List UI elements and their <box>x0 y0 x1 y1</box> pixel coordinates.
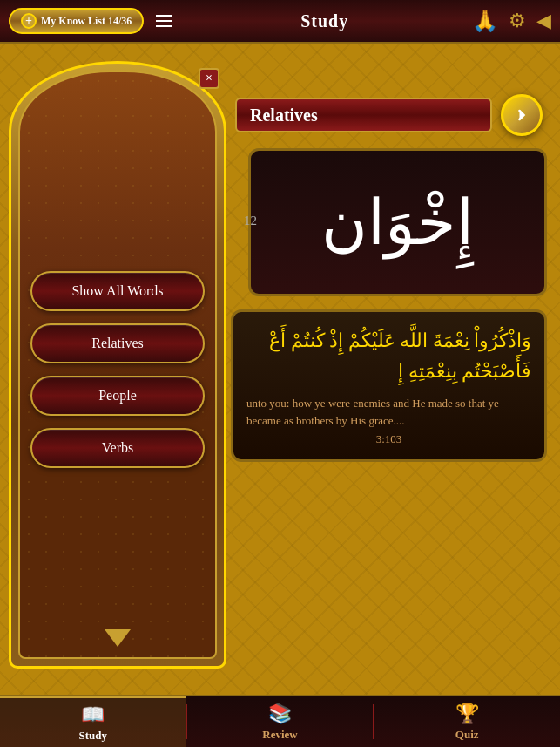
header-left: + My Know List 14/36 <box>9 8 177 34</box>
tab-study[interactable]: 📖 Study <box>0 696 186 747</box>
study-tab-label: Study <box>79 729 108 743</box>
category-text: Relatives <box>250 105 318 126</box>
review-tab-icon: 📚 <box>268 703 292 725</box>
next-arrow-icon <box>513 106 530 124</box>
relatives-button[interactable]: Relatives <box>30 323 205 363</box>
people-label: People <box>98 388 137 403</box>
back-button[interactable]: ◀ <box>536 10 551 32</box>
close-button[interactable]: × <box>199 68 219 89</box>
category-bar: Relatives <box>235 96 543 134</box>
verse-reference: 3:103 <box>246 432 531 446</box>
header-right: 🙏 ⚙ ◀ <box>472 9 551 33</box>
plus-icon: + <box>21 13 37 29</box>
tab-quiz[interactable]: 🏆 Quiz <box>374 696 560 747</box>
study-tab-icon: 📖 <box>81 703 105 726</box>
relatives-label: Relatives <box>91 336 144 350</box>
show-all-words-label: Show All Words <box>71 283 163 298</box>
arabic-word: إِخْوَان <box>321 186 474 260</box>
people-button[interactable]: People <box>30 376 205 416</box>
show-all-words-button[interactable]: Show All Words <box>30 271 205 311</box>
close-icon: × <box>206 71 213 85</box>
arabic-verse: وَاذْكُرُواْ نِعْمَةَ اللَّه عَلَيْكُمْ … <box>246 325 531 386</box>
sidebar-panel: × Show All Words Relatives People Verbs <box>0 44 235 695</box>
list-icon-button[interactable] <box>151 8 177 34</box>
know-list-button[interactable]: + My Know List 14/36 <box>9 8 144 34</box>
word-number: 12 <box>244 214 257 228</box>
header-title: Study <box>300 11 348 31</box>
list-icon <box>153 10 174 31</box>
pray-icon: 🙏 <box>472 9 498 33</box>
settings-button[interactable]: ⚙ <box>509 10 526 32</box>
menu-buttons: Show All Words Relatives People Verbs <box>30 271 205 468</box>
verbs-label: Verbs <box>102 440 133 455</box>
tab-review[interactable]: 📚 Review <box>187 696 374 747</box>
back-icon: ◀ <box>536 10 551 32</box>
quiz-tab-icon: 🏆 <box>455 703 479 725</box>
main-content: Relatives 12 إِخْوَان وَاذْكُرُواْ نِعْم… <box>0 44 560 695</box>
category-label: Relatives <box>235 98 492 132</box>
svg-rect-1 <box>156 20 172 22</box>
gear-icon: ⚙ <box>509 10 526 32</box>
review-tab-label: Review <box>262 728 297 742</box>
next-button[interactable] <box>501 94 543 136</box>
header: + My Know List 14/36 Study 🙏 ⚙ ◀ <box>0 0 560 44</box>
svg-rect-2 <box>156 25 172 27</box>
svg-rect-0 <box>156 15 172 17</box>
quiz-tab-label: Quiz <box>455 728 479 742</box>
verse-translation: unto you: how ye were enemies and He mad… <box>246 395 531 429</box>
verbs-button[interactable]: Verbs <box>30 428 205 468</box>
know-list-label: My Know List 14/36 <box>41 15 132 28</box>
verse-card: وَاذْكُرُواْ نِعْمَةَ اللَّه عَلَيْكُمْ … <box>231 309 547 462</box>
tab-bar: 📖 Study 📚 Review 🏆 Quiz <box>0 695 560 747</box>
pray-icon-button[interactable]: 🙏 <box>472 9 498 33</box>
down-arrow-icon[interactable] <box>105 629 131 647</box>
arabic-word-card: إِخْوَان <box>248 148 547 296</box>
